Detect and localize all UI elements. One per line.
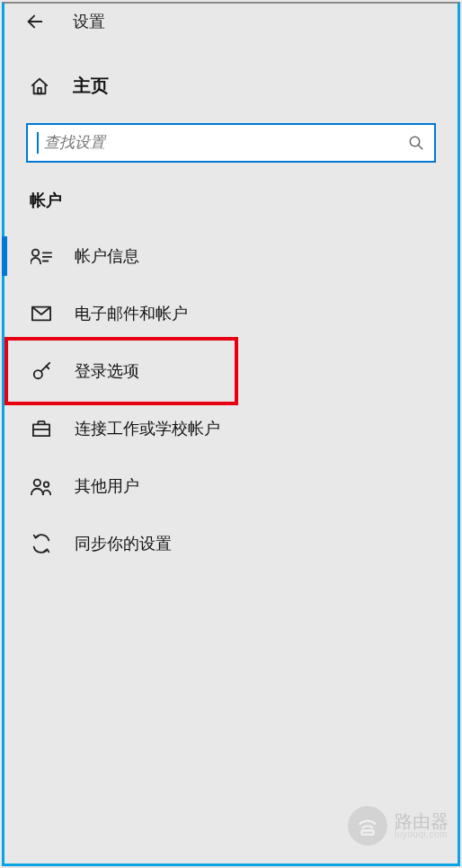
search-icon[interactable] — [398, 125, 434, 161]
nav-item-other-users[interactable]: 其他用户 — [4, 457, 458, 515]
svg-line-11 — [47, 367, 49, 369]
nav-item-signin[interactable]: 登录选项 — [4, 342, 458, 400]
arrow-left-icon — [25, 12, 45, 31]
settings-window: 设置 主页 帐户 — [2, 2, 460, 866]
svg-point-14 — [34, 480, 40, 486]
svg-rect-1 — [38, 87, 41, 93]
watermark: 路由器 luyouqi.com — [348, 806, 449, 846]
section-title: 帐户 — [26, 190, 436, 211]
sync-icon — [30, 532, 53, 555]
text-caret — [37, 132, 39, 154]
nav-item-email[interactable]: 电子邮件和帐户 — [4, 285, 458, 342]
nav-label: 登录选项 — [75, 360, 139, 382]
svg-point-15 — [44, 482, 49, 487]
nav-label: 帐户信息 — [75, 245, 139, 267]
nav-label: 其他用户 — [75, 475, 139, 497]
svg-rect-16 — [362, 830, 374, 834]
nav-list: 帐户信息 电子邮件和帐户 — [4, 227, 458, 572]
svg-point-4 — [32, 250, 39, 256]
window-title: 设置 — [73, 11, 105, 32]
svg-line-3 — [418, 145, 422, 149]
nav-item-work-school[interactable]: 连接工作或学校帐户 — [4, 400, 458, 457]
home-link[interactable]: 主页 — [26, 74, 436, 98]
watermark-sub: luyouqi.com — [395, 830, 449, 839]
briefcase-icon — [30, 417, 53, 440]
back-button[interactable] — [17, 4, 53, 40]
content-pane: 主页 帐户 — [4, 40, 458, 572]
search-input[interactable] — [28, 125, 398, 161]
mail-icon — [30, 302, 53, 325]
user-badge-icon — [30, 244, 53, 268]
nav-item-account-info[interactable]: 帐户信息 — [4, 227, 458, 285]
key-icon — [30, 359, 53, 383]
nav-label: 电子邮件和帐户 — [75, 303, 188, 324]
titlebar: 设置 — [4, 4, 458, 40]
nav-label: 同步你的设置 — [75, 533, 172, 554]
search-field[interactable] — [26, 123, 436, 163]
nav-label: 连接工作或学校帐户 — [75, 418, 220, 439]
people-icon — [30, 474, 53, 498]
watermark-main: 路由器 — [395, 812, 449, 830]
router-icon — [348, 806, 387, 846]
home-label: 主页 — [73, 74, 109, 98]
nav-item-sync[interactable]: 同步你的设置 — [4, 515, 458, 572]
home-icon — [30, 76, 55, 96]
